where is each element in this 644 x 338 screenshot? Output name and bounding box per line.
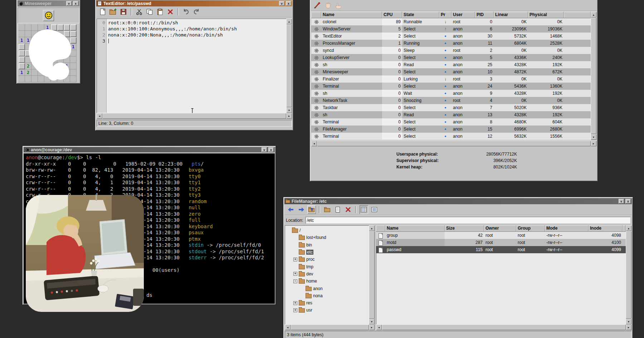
- undo-icon[interactable]: [182, 8, 190, 16]
- scroll-left-icon[interactable]: ◄: [285, 324, 291, 330]
- save-file-icon[interactable]: [119, 8, 128, 16]
- scroll-left-icon[interactable]: ◄: [376, 324, 382, 330]
- tree-vertical-scrollbar[interactable]: ▲ ▼: [369, 225, 375, 324]
- tree-item[interactable]: bin: [285, 241, 369, 249]
- process-row[interactable]: LookupServer0Select●anon54336K240K: [311, 54, 591, 61]
- tree-item[interactable]: tmp: [285, 263, 369, 270]
- column-header[interactable]: Physical: [528, 12, 564, 18]
- delete-icon[interactable]: [344, 205, 352, 214]
- scroll-left-icon[interactable]: ◄: [311, 141, 317, 146]
- close-button[interactable]: x: [286, 1, 291, 6]
- open-file-icon[interactable]: [109, 8, 117, 16]
- scroll-up-icon[interactable]: ▲: [286, 19, 292, 24]
- scroll-right-icon[interactable]: ►: [369, 324, 375, 330]
- scrollbar-thumb[interactable]: [626, 231, 631, 319]
- process-row[interactable]: sh0Wait●anon94328K192K: [311, 90, 591, 97]
- column-header[interactable]: Linear: [494, 12, 528, 18]
- files-vertical-scrollbar[interactable]: ▲ ▼: [626, 225, 631, 324]
- mine-cell[interactable]: [19, 24, 25, 31]
- tree-expander-icon[interactable]: +: [293, 258, 297, 261]
- column-header[interactable]: Pr: [439, 12, 452, 18]
- column-header[interactable]: Name: [385, 225, 445, 232]
- column-header[interactable]: State: [402, 12, 439, 18]
- mine-cell[interactable]: [19, 76, 25, 82]
- tree-item[interactable]: anon: [285, 285, 369, 292]
- texteditor-titlebar[interactable]: TextEditor: /etc/passwd v x: [96, 0, 292, 6]
- scroll-up-icon[interactable]: ▲: [591, 12, 596, 18]
- scrollbar-thumb[interactable]: [102, 113, 286, 119]
- scrollbar-thumb[interactable]: [369, 231, 375, 319]
- scroll-right-icon[interactable]: ►: [591, 141, 596, 146]
- tree-item[interactable]: +usr: [285, 307, 369, 314]
- hand-stop-icon[interactable]: [323, 1, 332, 10]
- tree-item[interactable]: -home: [285, 278, 369, 285]
- column-header[interactable]: Inode: [589, 225, 623, 232]
- minimize-button[interactable]: v: [262, 147, 267, 152]
- column-header[interactable]: Size: [445, 225, 484, 232]
- process-row[interactable]: sh0Read●anon254328K192K: [311, 61, 591, 68]
- files-horizontal-scrollbar[interactable]: ◄ ►: [376, 324, 631, 330]
- cut-icon[interactable]: [135, 8, 143, 16]
- tree-expander-icon[interactable]: +: [293, 308, 297, 312]
- delete-icon[interactable]: [166, 8, 175, 16]
- scroll-down-icon[interactable]: ▼: [369, 319, 375, 324]
- mine-cell[interactable]: 1: [19, 37, 25, 44]
- minimize-button[interactable]: v: [66, 1, 72, 6]
- minesweeper-titlebar[interactable]: Minesweeper v x: [18, 0, 79, 6]
- tree-item[interactable]: +dev: [285, 270, 369, 278]
- column-header[interactable]: Mode: [545, 225, 589, 232]
- copy-file-icon[interactable]: [333, 205, 342, 214]
- scroll-right-icon[interactable]: ►: [626, 324, 631, 330]
- mine-cell[interactable]: [19, 44, 25, 50]
- column-header[interactable]: Name: [321, 12, 382, 18]
- column-header[interactable]: User: [452, 12, 475, 18]
- terminal-titlebar[interactable]: anon@courage:/dev v x: [24, 147, 275, 152]
- scrollbar-thumb[interactable]: [382, 324, 626, 330]
- tree-item[interactable]: etc: [285, 249, 369, 256]
- process-row[interactable]: Taskbar0Select●anon75020K936K: [311, 104, 591, 111]
- scrollbar-thumb[interactable]: [591, 18, 596, 134]
- forward-icon[interactable]: [297, 205, 306, 214]
- tree-item[interactable]: +proc: [285, 256, 369, 263]
- scroll-down-icon[interactable]: ▼: [591, 134, 596, 140]
- mine-cell[interactable]: 1: [19, 69, 25, 76]
- process-row[interactable]: sh0Read●anon134328K192K: [311, 111, 591, 118]
- file-row[interactable]: group42rootroot-rw-r--r--4098: [376, 232, 626, 239]
- process-row[interactable]: Terminal0Select●anon84680K604K: [311, 118, 591, 126]
- tree-item[interactable]: /: [285, 227, 369, 234]
- list-view-icon[interactable]: [370, 205, 379, 214]
- process-vertical-scrollbar[interactable]: ▲ ▼: [591, 12, 596, 140]
- process-row[interactable]: NetworkTask0Snoozing●root40K0K: [311, 97, 591, 104]
- scrollbar-thumb[interactable]: [291, 324, 369, 330]
- column-header[interactable]: [376, 225, 385, 232]
- minimize-button[interactable]: v: [279, 1, 284, 6]
- tree-expander-icon[interactable]: -: [293, 279, 297, 283]
- process-horizontal-scrollbar[interactable]: ◄ ►: [311, 141, 596, 146]
- scroll-left-icon[interactable]: ◄: [97, 113, 102, 119]
- close-button[interactable]: x: [268, 147, 274, 152]
- scrollbar-thumb[interactable]: [317, 141, 591, 146]
- filemanager-titlebar[interactable]: FileManager: /etc v x: [284, 198, 632, 204]
- column-header[interactable]: CPU: [382, 12, 402, 18]
- scroll-down-icon[interactable]: ▼: [286, 107, 292, 113]
- open-parent-directory-icon[interactable]: [307, 205, 316, 214]
- grid-view-icon[interactable]: [360, 205, 368, 214]
- scrollbar-thumb[interactable]: [286, 24, 292, 107]
- scroll-up-icon[interactable]: ▲: [626, 225, 631, 231]
- process-row[interactable]: Terminal0Select●anon245436K1360K: [311, 83, 591, 90]
- tree-item[interactable]: nona: [285, 292, 369, 299]
- column-header[interactable]: Group: [516, 225, 545, 232]
- back-icon[interactable]: [287, 205, 295, 214]
- process-row[interactable]: WindowServer5Select↑anon623096K19036K: [311, 25, 591, 33]
- tree-horizontal-scrollbar[interactable]: ◄ ►: [285, 324, 375, 330]
- scroll-right-icon[interactable]: ►: [286, 113, 292, 119]
- tree-expander-icon[interactable]: +: [293, 272, 297, 276]
- paste-icon[interactable]: [156, 8, 164, 16]
- close-button[interactable]: x: [625, 199, 631, 204]
- tree-item[interactable]: lost+found: [285, 234, 369, 241]
- process-row[interactable]: FileManager0Select●anon156996K2680K: [311, 126, 591, 133]
- redo-icon[interactable]: [192, 8, 201, 16]
- mine-cell[interactable]: [19, 57, 25, 63]
- editor-vertical-scrollbar[interactable]: ▲ ▼: [286, 19, 292, 113]
- close-button[interactable]: x: [73, 1, 78, 6]
